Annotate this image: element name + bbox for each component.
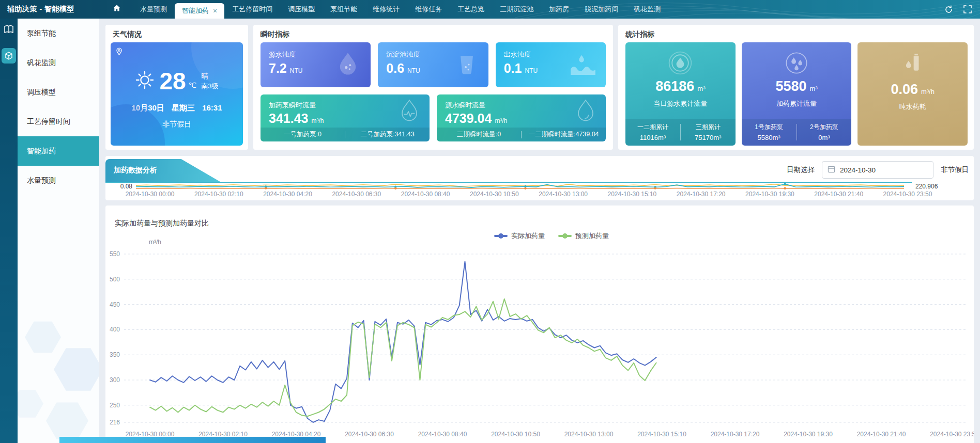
metric-card-dosing-pump-flow: 加药泵瞬时流量 341.43m³/h 一号加药泵:0 二号加药泵:341.43 [261, 94, 430, 141]
nav-tab-维修统计[interactable]: 维修统计 [365, 0, 407, 19]
nav-tab-label: 智能加药 [182, 6, 209, 15]
sidebar-item-矾花监测[interactable]: 矾花监测 [18, 48, 99, 77]
nav-tab-三期沉淀池[interactable]: 三期沉淀池 [492, 0, 541, 19]
overview-x-label: 2024-10-30 04:20 [263, 191, 312, 198]
stat-unit: m³ [697, 85, 705, 92]
navbar-actions [944, 0, 972, 19]
strip-min-value: 0.08 [108, 183, 132, 190]
pump-2-total: 2号加药泵 0m³ [797, 123, 852, 141]
flow-card-row: 加药泵瞬时流量 341.43m³/h 一号加药泵:0 二号加药泵:341.43 … [261, 94, 606, 141]
footer-value: 75170m³ [681, 134, 736, 141]
flow-card-footer: 三期瞬时流量:0 一二期瞬时流量:4739.04 [437, 128, 606, 141]
temperature-unit: ℃ [189, 81, 197, 89]
dosing-pump-drop-icon [399, 99, 420, 126]
pump-1-flow: 一号加药泵:0 [261, 130, 345, 139]
nav-tab-调压模型[interactable]: 调压模型 [280, 0, 323, 19]
svg-text:2024-10-30 08:40: 2024-10-30 08:40 [418, 431, 467, 438]
nav-tab-工艺总览[interactable]: 工艺总览 [450, 0, 492, 19]
sidebar-item-水量预测[interactable]: 水量预测 [18, 166, 99, 195]
nav-tab-label: 工艺总览 [457, 5, 484, 14]
footer-decoration-bar [59, 437, 326, 443]
svg-text:2024-10-30 19:30: 2024-10-30 19:30 [784, 431, 833, 438]
stat-label: 当日源水累计流量 [625, 99, 736, 108]
nav-tab-加药房[interactable]: 加药房 [541, 0, 577, 19]
sidebar-item-智能加药[interactable]: 智能加药 [18, 136, 99, 166]
nav-tab-矾花监测[interactable]: 矾花监测 [626, 0, 668, 19]
metric-value: 7.2 [269, 61, 287, 76]
stat-card-dosing-total: 5580m³ 加药累计流量 1号加药泵 5580m³ 2号加药泵 0m³ [742, 42, 852, 146]
pump-1-total: 1号加药泵 5580m³ [742, 123, 797, 141]
nav-tab-维修任务[interactable]: 维修任务 [407, 0, 450, 19]
location-pin-icon [116, 48, 122, 57]
sidebar-menu: 泵组节能矾花监测调压模型工艺停留时间智能加药水量预测 [18, 19, 99, 443]
metric-card-raw-water-flow: 源水瞬时流量 4739.04m³/h 三期瞬时流量:0 一二期瞬时流量:4739… [437, 94, 606, 141]
instant-metrics-panel: 瞬时指标 源水浊度 7.2NTU 沉淀池浊度 0.6NTU [253, 25, 613, 150]
book-icon[interactable] [4, 25, 14, 34]
metric-value: 0.1 [504, 61, 522, 76]
home-tab[interactable] [101, 0, 132, 19]
metric-label: 出水浊度 [504, 50, 531, 59]
metric-unit: NTU [525, 67, 538, 74]
metric-value: 341.43 [269, 111, 308, 126]
stat-card-footer: 一二期累计 11016m³ 三期累计 75170m³ [625, 119, 736, 146]
svg-text:550: 550 [110, 250, 120, 258]
metric-label: 加药泵瞬时流量 [269, 101, 316, 110]
nav-tab-泵组节能[interactable]: 泵组节能 [323, 0, 365, 19]
hexagon-decoration [46, 400, 88, 442]
svg-text:2024-10-30 13:00: 2024-10-30 13:00 [564, 431, 614, 438]
nav-tab-label: 矾花监测 [634, 5, 661, 14]
overview-x-label: 2024-10-30 06:30 [332, 191, 381, 198]
svg-text:2024-10-30 23:50: 2024-10-30 23:50 [930, 431, 974, 438]
overview-x-label: 2024-10-30 15:10 [608, 191, 657, 198]
nav-tab-脱泥加药间[interactable]: 脱泥加药间 [577, 0, 626, 19]
pump-2-flow: 二号加药泵:341.43 [345, 130, 430, 139]
fullscreen-icon[interactable] [963, 5, 972, 13]
svg-text:216: 216 [110, 419, 120, 426]
outflow-wave-icon [570, 53, 596, 77]
footer-label: 三期累计 [681, 123, 736, 132]
hexagon-decoration [25, 319, 61, 355]
home-icon [113, 4, 121, 14]
overview-x-label: 2024-10-30 08:40 [401, 191, 450, 198]
metric-card-sediment-turbidity: 沉淀池浊度 0.6NTU [378, 42, 488, 87]
hexagon-decoration [18, 388, 43, 420]
stats-card-row: 86186m³ 当日源水累计流量 一二期累计 11016m³ 三期累计 7517… [625, 42, 968, 146]
app-screen: 辅助决策 - 智能模型 水量预测智能加药×工艺停留时间调压模型泵组节能维修统计维… [0, 0, 980, 443]
overview-x-label: 2024-10-30 17:20 [677, 191, 726, 198]
sidebar-item-泵组节能[interactable]: 泵组节能 [18, 19, 99, 48]
date-picker-label: 日期选择 [787, 165, 815, 175]
weather-weekday: 星期三 [172, 103, 195, 112]
overview-x-label: 2024-10-30 19:30 [745, 191, 794, 198]
metric-unit: NTU [290, 67, 303, 74]
sidebar-item-调压模型[interactable]: 调压模型 [18, 77, 99, 107]
overview-x-label: 2024-10-30 21:40 [814, 191, 863, 198]
stat-unit: m³/h [921, 88, 935, 96]
metric-label: 源水瞬时流量 [445, 101, 485, 110]
date-picker-row: 日期选择 2024-10-30 非节假日 [787, 161, 969, 179]
phase-1-2-flow: 一二期瞬时流量:4739.04 [522, 130, 606, 139]
sidebar-item-工艺停留时间[interactable]: 工艺停留时间 [18, 107, 99, 136]
overview-strip-chart [134, 182, 906, 190]
footer-value: 0m³ [797, 134, 852, 141]
holiday-label: 非节假日 [941, 165, 969, 175]
weather-time: 16:31 [202, 103, 222, 112]
svg-text:400: 400 [110, 326, 120, 333]
svg-text:2024-10-30 17:20: 2024-10-30 17:20 [711, 431, 760, 438]
tab-close-icon[interactable]: × [213, 7, 217, 14]
svg-text:250: 250 [110, 402, 120, 409]
metric-card-source-turbidity: 源水浊度 7.2NTU [261, 42, 371, 87]
date-picker-input[interactable]: 2024-10-30 [822, 161, 933, 179]
phase-3-total: 三期累计 75170m³ [681, 123, 736, 141]
weather-panel: 天气情况 [105, 25, 248, 150]
top-navbar: 辅助决策 - 智能模型 水量预测智能加药×工艺停留时间调压模型泵组节能维修统计维… [0, 0, 980, 19]
instant-panel-title: 瞬时指标 [261, 30, 289, 39]
nav-tab-智能加药[interactable]: 智能加药× [175, 3, 224, 19]
nav-tab-水量预测[interactable]: 水量预测 [132, 0, 175, 19]
nav-tab-工艺停留时间[interactable]: 工艺停留时间 [224, 0, 280, 19]
refresh-icon[interactable] [944, 5, 953, 14]
raw-water-drop-icon [575, 99, 596, 126]
analysis-ribbon-title: 加药数据分析 [105, 159, 220, 182]
statistics-panel: 统计指标 86186m³ 当日源水累计流量 一二期累计 11016m³ [618, 25, 974, 150]
overview-x-label: 2024-10-30 00:00 [126, 191, 175, 198]
model-cube-icon[interactable] [2, 48, 16, 64]
